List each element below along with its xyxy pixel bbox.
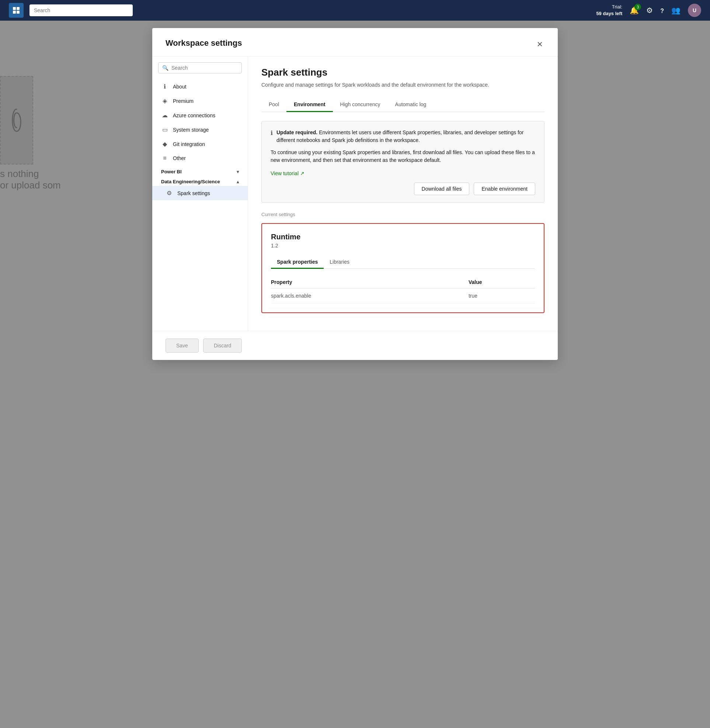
alert-info-icon: ℹ <box>271 129 273 137</box>
property-name: spark.acls.enable <box>271 288 468 303</box>
close-button[interactable]: ✕ <box>535 38 544 50</box>
storage-icon: ▭ <box>161 126 169 133</box>
modal-header: Workspace settings ✕ <box>152 28 558 56</box>
sidebar-item-spark[interactable]: ⚙ Spark settings <box>152 186 248 200</box>
trial-days: 59 days left <box>596 10 622 17</box>
sidebar-item-premium[interactable]: ◈ Premium <box>152 94 248 108</box>
tab-automatic-log[interactable]: Automatic log <box>388 98 434 112</box>
page-title: Spark settings <box>261 67 544 78</box>
sidebar-item-storage[interactable]: ▭ System storage <box>152 122 248 137</box>
runtime-version: 1.2 <box>271 243 535 249</box>
app-logo <box>9 3 23 18</box>
modal-footer: Save Discard <box>152 331 558 360</box>
notification-badge: 3 <box>634 4 641 10</box>
tab-pool[interactable]: Pool <box>261 98 286 112</box>
topbar-left <box>9 3 133 18</box>
sidebar-item-premium-label: Premium <box>173 98 194 104</box>
runtime-box: Runtime 1.2 Spark properties Libraries <box>261 223 544 313</box>
svg-rect-3 <box>16 11 19 14</box>
spark-icon: ⚙ <box>166 190 173 197</box>
alert-secondary-text: To continue using your existing Spark pr… <box>271 149 535 164</box>
col-header-value: Value <box>468 276 535 288</box>
trial-info: Trial: 59 days left <box>596 4 622 17</box>
sidebar-item-azure[interactable]: ☁ Azure connections <box>152 108 248 122</box>
sidebar-search-input[interactable] <box>172 65 238 71</box>
tab-high-concurrency[interactable]: High concurrency <box>333 98 388 112</box>
properties-table: Property Value spark.acls.enable true <box>271 276 535 303</box>
help-icon[interactable]: ? <box>660 6 664 15</box>
info-icon: ℹ <box>161 83 169 90</box>
sidebar-section-powerbi[interactable]: Power BI ▾ <box>152 165 248 176</box>
question-icon: ? <box>660 8 664 14</box>
trial-label: Trial: <box>596 4 622 10</box>
external-link-icon: ↗ <box>300 171 305 176</box>
settings-icon[interactable]: ⚙ <box>646 6 653 15</box>
premium-icon: ◈ <box>161 97 169 104</box>
search-icon: 🔍 <box>162 65 169 71</box>
property-value: true <box>468 288 535 303</box>
alert-box: ℹ Update required. Environments let user… <box>261 121 544 203</box>
view-tutorial-link[interactable]: View tutorial ↗ <box>271 171 305 176</box>
alert-bold-text: Update required. <box>276 129 317 135</box>
dataeng-chevron-icon: ▴ <box>237 179 239 184</box>
sidebar-item-about-label: About <box>173 84 186 90</box>
powerbi-section-label: Power BI <box>161 169 182 174</box>
current-settings-label: Current settings <box>261 212 544 217</box>
topbar-right: Trial: 59 days left 🔔 3 ⚙ ? 👥 U <box>596 4 701 17</box>
col-header-property: Property <box>271 276 468 288</box>
git-icon: ◆ <box>161 141 169 147</box>
gear-icon: ⚙ <box>646 6 653 15</box>
tutorial-link-text: View tutorial <box>271 171 299 176</box>
inner-tab-libraries[interactable]: Libraries <box>324 256 355 269</box>
sidebar-item-other[interactable]: ≡ Other <box>152 151 248 165</box>
modal-body: 🔍 ℹ About ◈ Premium ☁ Azure connections … <box>152 56 558 331</box>
dataeng-section-label: Data Engineering/Science <box>161 179 220 184</box>
sidebar-item-git-label: Git integration <box>173 141 205 147</box>
svg-rect-1 <box>16 7 19 10</box>
sidebar-item-storage-label: System storage <box>173 127 209 133</box>
sidebar-item-git[interactable]: ◆ Git integration <box>152 137 248 151</box>
topbar: Trial: 59 days left 🔔 3 ⚙ ? 👥 U <box>0 0 710 21</box>
topbar-search-input[interactable] <box>29 4 133 16</box>
avatar[interactable]: U <box>688 4 701 17</box>
alert-actions: Download all files Enable environment <box>271 182 535 195</box>
people-glyph: 👥 <box>671 6 681 15</box>
enable-environment-button[interactable]: Enable environment <box>474 182 535 195</box>
table-row: spark.acls.enable true <box>271 288 535 303</box>
discard-button[interactable]: Discard <box>203 338 242 353</box>
svg-rect-2 <box>13 11 16 14</box>
people-icon[interactable]: 👥 <box>671 6 681 15</box>
other-icon: ≡ <box>161 155 169 162</box>
save-button[interactable]: Save <box>166 338 199 353</box>
svg-rect-0 <box>13 7 16 10</box>
sidebar-item-other-label: Other <box>173 155 186 161</box>
modal-title: Workspace settings <box>166 38 242 48</box>
alert-main-row: ℹ Update required. Environments let user… <box>271 129 535 144</box>
download-all-files-button[interactable]: Download all files <box>414 182 469 195</box>
tab-environment[interactable]: Environment <box>286 98 333 112</box>
main-content: Spark settings Configure and manage sett… <box>248 56 558 331</box>
alert-main-text: Update required. Environments let users … <box>276 129 535 144</box>
sidebar-item-spark-label: Spark settings <box>178 190 210 196</box>
cloud-icon: ☁ <box>161 112 169 119</box>
runtime-title: Runtime <box>271 233 535 241</box>
inner-tabs: Spark properties Libraries <box>271 256 535 269</box>
inner-tab-spark-properties[interactable]: Spark properties <box>271 256 324 269</box>
sidebar-section-dataeng[interactable]: Data Engineering/Science ▴ <box>152 176 248 186</box>
sidebar-search-box[interactable]: 🔍 <box>158 62 242 74</box>
sidebar-item-about[interactable]: ℹ About <box>152 79 248 94</box>
page-subtitle: Configure and manage settings for Spark … <box>261 81 544 89</box>
notification-bell[interactable]: 🔔 3 <box>629 6 639 15</box>
workspace-settings-modal: Workspace settings ✕ 🔍 ℹ About ◈ Premium <box>152 28 558 360</box>
modal-overlay: Workspace settings ✕ 🔍 ℹ About ◈ Premium <box>0 21 710 728</box>
sidebar: 🔍 ℹ About ◈ Premium ☁ Azure connections … <box>152 56 248 331</box>
sidebar-item-azure-label: Azure connections <box>173 112 215 118</box>
main-tabs: Pool Environment High concurrency Automa… <box>261 98 544 112</box>
powerbi-chevron-icon: ▾ <box>237 169 239 174</box>
